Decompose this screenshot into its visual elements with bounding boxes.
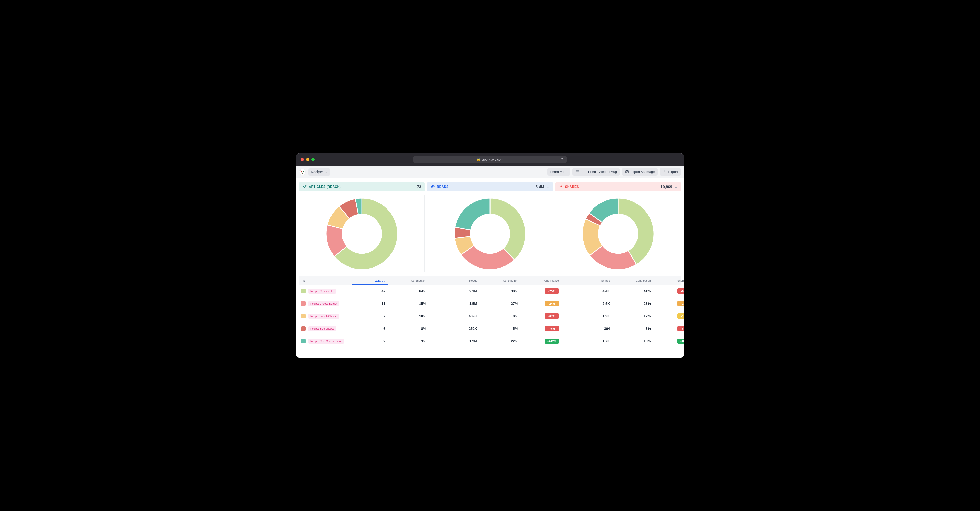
panel-articles-title: Articles (Reach) xyxy=(309,185,341,188)
fullscreen-icon[interactable] xyxy=(311,158,315,161)
tag-selector-label: Recipe: xyxy=(311,170,323,174)
cell-shares: 4.4K xyxy=(572,289,612,293)
app-window: 🔒 app.kawo.com ⟳ Recipe: ⌄ Learn More Tu… xyxy=(296,153,684,358)
learn-more-button[interactable]: Learn More xyxy=(547,168,570,176)
panel-shares-value: 10,869 xyxy=(660,184,672,189)
cell-articles: 7 xyxy=(352,314,388,318)
table-row[interactable]: Recipe: Cheesecake 47 64% 2.1M 38% -75% … xyxy=(299,285,681,297)
date-range-button[interactable]: Tue 1 Feb - Wed 31 Aug xyxy=(573,168,620,176)
export-button[interactable]: Export xyxy=(660,168,681,176)
cell-articles-contrib: 3% xyxy=(388,339,429,343)
col-articles-contrib[interactable]: Contribution xyxy=(388,279,429,282)
perf-badge: -24% xyxy=(545,301,559,306)
address-bar-url: app.kawo.com xyxy=(482,158,504,161)
cell-reads-contrib: 38% xyxy=(480,289,520,293)
col-reads-perf[interactable]: Performance xyxy=(520,279,562,282)
cell-articles-contrib: 15% xyxy=(388,302,429,306)
minimize-icon[interactable] xyxy=(306,158,309,161)
brand-logo xyxy=(299,169,306,175)
cell-shares-contrib: 23% xyxy=(612,302,653,306)
date-range-label: Tue 1 Feb - Wed 31 Aug xyxy=(581,170,617,174)
cell-reads-contrib: 8% xyxy=(480,314,520,318)
svg-point-2 xyxy=(626,171,627,172)
close-icon[interactable] xyxy=(301,158,304,161)
tag-selector[interactable]: Recipe: ⌄ xyxy=(308,168,331,176)
col-shares-contrib[interactable]: Contribution xyxy=(612,279,653,282)
cell-reads-contrib: 27% xyxy=(480,302,520,306)
refresh-icon[interactable]: ⟳ xyxy=(561,157,564,161)
tag-pill: Recipe: Cheesecake xyxy=(308,289,336,294)
donut-charts-row: 64%15%10%8% 38%27%8%5%22% 41%23%17%15% xyxy=(296,192,684,276)
panel-articles-value: 73 xyxy=(417,184,421,189)
svg-point-3 xyxy=(432,186,433,187)
perf-badge: +181% xyxy=(677,339,684,343)
chevron-down-icon: ⌄ xyxy=(325,170,328,174)
col-reads-contrib[interactable]: Contribution xyxy=(480,279,520,282)
col-shares[interactable]: Shares xyxy=(572,279,612,282)
perf-badge: -22% xyxy=(677,301,684,306)
cell-shares-contrib: 3% xyxy=(612,327,653,331)
cell-shares: 1.7K xyxy=(572,339,612,343)
color-swatch xyxy=(301,301,306,306)
export-image-button[interactable]: Export As Image xyxy=(622,168,658,176)
col-tag[interactable]: Tag xyxy=(301,279,352,282)
eye-icon xyxy=(431,185,435,189)
table-row[interactable]: Recipe: Cheese Burger 11 15% 1.5M 27% -2… xyxy=(299,297,681,310)
page-toolbar: Recipe: ⌄ Learn More Tue 1 Feb - Wed 31 … xyxy=(296,166,684,178)
cell-shares-contrib: 41% xyxy=(612,289,653,293)
panel-reads-value: 5.4M xyxy=(536,184,544,189)
address-bar[interactable]: 🔒 app.kawo.com ⟳ xyxy=(414,156,566,163)
panel-articles: Articles (Reach) 73 xyxy=(299,182,425,192)
table-row[interactable]: Recipe: Corn Cheese Pizza 2 3% 1.2M 22% … xyxy=(299,335,681,348)
tag-pill: Recipe: Blue Cheese xyxy=(308,326,336,331)
color-swatch xyxy=(301,326,306,331)
cell-articles: 11 xyxy=(352,302,388,306)
chevron-down-icon: ⌄ xyxy=(546,185,549,189)
cell-articles-contrib: 8% xyxy=(388,327,429,331)
panel-reads[interactable]: Reads 5.4M ⌄ xyxy=(427,182,553,192)
panel-shares[interactable]: Shares 10,869 ⌄ xyxy=(555,182,681,192)
cell-articles-contrib: 10% xyxy=(388,314,429,318)
perf-badge: -80% xyxy=(677,326,684,331)
perf-badge: -68% xyxy=(677,289,684,294)
table-row[interactable]: Recipe: Blue Cheese 6 8% 252K 5% -76% 36… xyxy=(299,323,681,335)
col-shares-perf[interactable]: Performance xyxy=(653,279,684,282)
cell-shares: 1.9K xyxy=(572,314,612,318)
donut-shares: 41%23%17%15% xyxy=(581,197,655,271)
tag-table: Tag Articles Contribution Reads Contribu… xyxy=(296,276,684,358)
calendar-icon xyxy=(576,170,579,174)
cell-reads: 1.5M xyxy=(439,302,480,306)
cell-articles-contrib: 64% xyxy=(388,289,429,293)
donut-articles: 64%15%10%8% xyxy=(325,197,399,271)
color-swatch xyxy=(301,289,306,293)
cell-articles: 2 xyxy=(352,339,388,343)
cell-shares: 2.5K xyxy=(572,302,612,306)
table-body: Recipe: Cheesecake 47 64% 2.1M 38% -75% … xyxy=(299,285,681,348)
col-reads[interactable]: Reads xyxy=(439,279,480,282)
browser-titlebar: 🔒 app.kawo.com ⟳ xyxy=(296,153,684,166)
cell-shares: 364 xyxy=(572,327,612,331)
table-header: Tag Articles Contribution Reads Contribu… xyxy=(299,276,681,285)
panel-reads-title: Reads xyxy=(437,185,449,188)
perf-badge: -75% xyxy=(545,289,559,294)
cell-reads-contrib: 5% xyxy=(480,327,520,331)
tag-pill: Recipe: Cheese Burger xyxy=(308,301,339,306)
learn-more-label: Learn More xyxy=(550,170,567,174)
image-icon xyxy=(625,170,629,174)
lock-icon: 🔒 xyxy=(476,158,480,161)
cell-articles: 6 xyxy=(352,327,388,331)
col-articles[interactable]: Articles xyxy=(352,279,388,284)
perf-badge: -67% xyxy=(545,313,559,319)
export-image-label: Export As Image xyxy=(630,170,655,174)
share-icon xyxy=(559,185,563,189)
perf-badge: -11% xyxy=(677,313,684,319)
send-icon xyxy=(303,185,307,189)
download-icon xyxy=(663,170,667,174)
tag-pill: Recipe: Corn Cheese Pizza xyxy=(308,339,344,343)
cell-reads: 1.2M xyxy=(439,339,480,343)
table-row[interactable]: Recipe: French Cheese 7 10% 409K 8% -67%… xyxy=(299,310,681,323)
tag-pill: Recipe: French Cheese xyxy=(308,314,339,319)
color-swatch xyxy=(301,339,306,343)
color-swatch xyxy=(301,314,306,318)
donut-reads: 38%27%8%5%22% xyxy=(453,197,527,271)
